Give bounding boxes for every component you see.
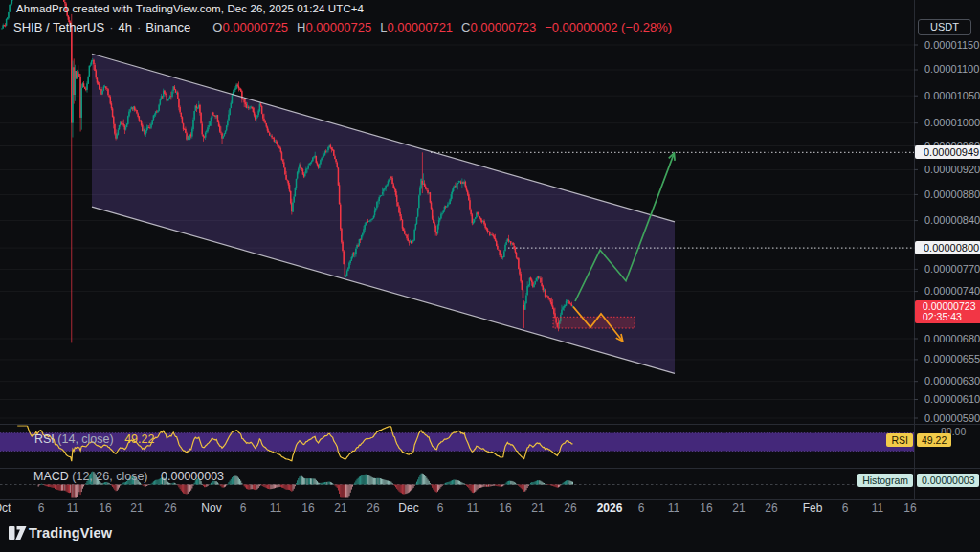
rsi-params: (14, close) — [57, 432, 113, 446]
rsi-title: RSI — [34, 432, 55, 446]
separator-dot: · — [137, 20, 141, 34]
histogram-value-badge: 0.00000003 — [917, 474, 979, 487]
tradingview-wordmark[interactable]: TradingView — [29, 525, 112, 541]
price-tick-label: 0.00000630 — [924, 375, 980, 386]
ohlc-key: O — [212, 20, 222, 34]
price-tick-label: 0.00000880 — [924, 188, 980, 200]
change-value: −0.00000002 (−0.28%) — [545, 20, 672, 34]
currency-toggle-button[interactable]: USDT — [918, 19, 971, 35]
price-tick-label: 0.00000680 — [924, 333, 980, 344]
time-axis-label: 26 — [149, 501, 191, 515]
rsi-value: 49.22 — [124, 432, 154, 446]
symbol-title[interactable]: SHIB / TetherUS — [13, 20, 104, 34]
price-tick-label: 0.00000920 — [924, 164, 980, 175]
price-tick-label: 0.00001050 — [924, 90, 980, 101]
price-tick-label: 0.00001100 — [924, 63, 979, 75]
price-tick-label: 0.00000770 — [924, 263, 980, 275]
attribution-text: AhmadPro created with TradingView.com, D… — [16, 3, 364, 14]
price-tick-label: 0.00000740 — [924, 285, 980, 297]
time-axis-label: 26 — [549, 501, 591, 515]
ohlc-values: O0.00000725H0.00000725L0.00000721C0.0000… — [204, 20, 536, 34]
bar-countdown: 02:35:43 — [923, 312, 980, 322]
separator-dot: · — [109, 20, 113, 34]
macd-title: MACD — [33, 470, 69, 483]
rsi-value-badge: 49.22 — [917, 433, 951, 447]
rsi-badge: RSI — [886, 433, 913, 447]
rsi-legend[interactable]: RSI (14, close) 49.22 — [34, 432, 154, 446]
symbol-row: SHIB / TetherUS·4h·BinanceO0.00000725H0.… — [13, 20, 672, 34]
price-tick-label: 0.00001000 — [924, 117, 980, 128]
ohlc-value: 0.00000721 — [387, 20, 453, 34]
price-tick-label: 0.00000610 — [924, 393, 980, 405]
price-tick-label: 0.00001150 — [924, 39, 979, 51]
ohlc-value: 0.00000723 — [470, 20, 536, 34]
macd-params: (12, 26, close) — [72, 470, 147, 483]
attribution-bar: AhmadPro created with TradingView.com, D… — [16, 3, 364, 14]
tradingview-chart-window: AhmadPro created with TradingView.com, D… — [0, 0, 980, 552]
interval-label[interactable]: 4h — [118, 20, 131, 34]
tradingview-logo-icon[interactable] — [9, 525, 27, 541]
price-level-label: 0.00000800 — [915, 241, 980, 254]
price-tick-label: 0.00000590 — [924, 412, 980, 424]
time-axis-label: 26 — [750, 501, 792, 515]
ohlc-value: 0.00000725 — [222, 20, 288, 34]
macd-value: 0.00000003 — [161, 470, 224, 483]
macd-legend[interactable]: MACD (12, 26, close) 0.00000003 — [33, 470, 224, 483]
price-level-label: 0.00000949 — [915, 145, 980, 159]
price-tick-label: 0.00000840 — [924, 214, 980, 226]
exchange-label: Binance — [145, 20, 190, 34]
time-axis-label: 16 — [889, 501, 931, 515]
price-tick-label: 0.00000655 — [924, 353, 980, 364]
ohlc-value: 0.00000725 — [305, 20, 371, 34]
histogram-badge: Histogram — [858, 474, 913, 487]
current-price-label: 0.0000072302:35:43 — [915, 300, 980, 323]
